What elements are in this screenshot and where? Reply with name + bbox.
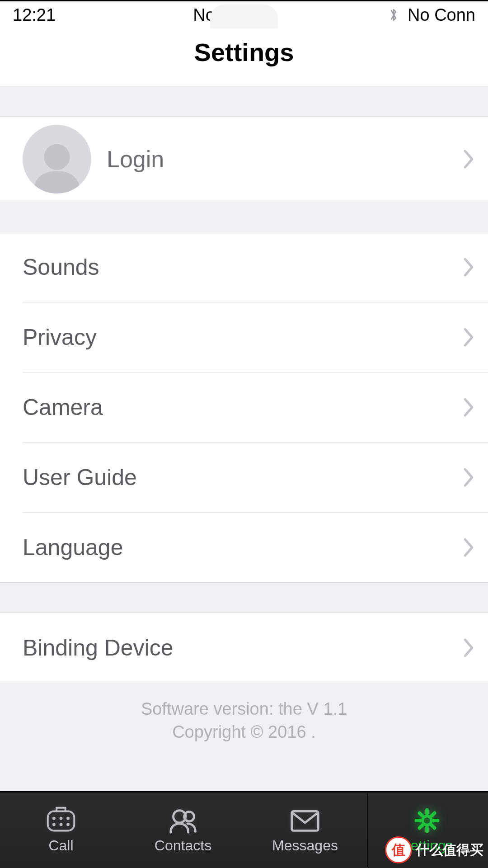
tab-call[interactable]: Call	[0, 793, 122, 868]
tab-label: Contacts	[155, 837, 211, 854]
row-privacy[interactable]: Privacy	[0, 302, 488, 372]
svg-line-17	[432, 826, 435, 828]
row-user-guide[interactable]: User Guide	[0, 443, 488, 512]
chevron-right-icon	[463, 467, 474, 488]
status-time: 12:21	[13, 5, 56, 25]
row-camera[interactable]: Camera	[0, 373, 488, 442]
svg-point-6	[60, 823, 63, 826]
row-sounds[interactable]: Sounds	[0, 232, 488, 302]
software-version: Software version: the V 1.1	[0, 698, 488, 721]
svg-point-0	[44, 144, 70, 170]
row-label: User Guide	[23, 464, 463, 491]
row-binding-device[interactable]: Binding Device	[0, 613, 488, 683]
tab-messages[interactable]: Messages	[244, 793, 366, 868]
login-row[interactable]: Login	[0, 116, 488, 202]
chevron-right-icon	[463, 397, 474, 418]
row-label: Sounds	[23, 254, 463, 280]
svg-line-18	[419, 826, 422, 828]
svg-point-2	[52, 817, 56, 820]
tab-label: Messages	[272, 837, 338, 854]
copyright: Copyright © 2016 .	[0, 721, 488, 744]
svg-point-11	[422, 816, 432, 825]
svg-line-16	[419, 813, 422, 816]
svg-point-5	[52, 823, 56, 826]
messages-icon	[287, 807, 323, 835]
watermark-badge: 值	[385, 836, 412, 863]
footer-text: Software version: the V 1.1 Copyright © …	[0, 683, 488, 744]
status-connection: No Conn	[408, 5, 475, 25]
dialpad-icon	[43, 807, 79, 835]
chevron-right-icon	[463, 149, 474, 170]
page-header: Settings	[0, 28, 488, 86]
chevron-right-icon	[463, 637, 474, 658]
chevron-right-icon	[463, 327, 474, 348]
svg-line-19	[432, 813, 435, 816]
row-label: Privacy	[23, 324, 463, 350]
row-label: Language	[23, 534, 463, 561]
row-language[interactable]: Language	[0, 513, 488, 582]
row-label: Binding Device	[23, 635, 463, 661]
avatar	[23, 125, 91, 193]
contacts-icon	[165, 807, 201, 835]
tab-label: Call	[48, 837, 73, 854]
page-title: Settings	[0, 38, 488, 67]
login-label: Login	[107, 146, 463, 173]
svg-point-4	[66, 817, 70, 820]
watermark: 值 什么值得买	[385, 836, 483, 863]
svg-point-7	[66, 823, 70, 826]
chevron-right-icon	[463, 537, 474, 558]
row-label: Camera	[23, 394, 463, 420]
bluetooth-icon	[388, 6, 399, 24]
settings-list: Sounds Privacy Camera User Guide Languag…	[0, 232, 488, 583]
gear-icon	[409, 807, 445, 835]
svg-rect-1	[48, 811, 75, 831]
tab-contacts[interactable]: Contacts	[122, 793, 244, 868]
watermark-text: 什么值得买	[416, 841, 483, 859]
svg-point-3	[60, 817, 63, 820]
chevron-right-icon	[463, 257, 474, 278]
